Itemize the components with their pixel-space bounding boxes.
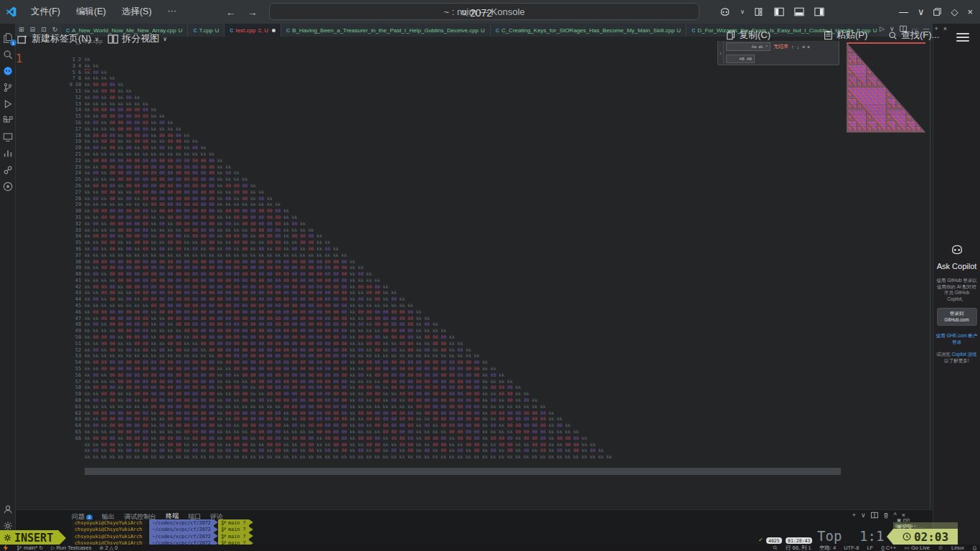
activity-source-control-icon[interactable] — [2, 82, 14, 93]
command-center[interactable]: ~ : nvim — Konsole 2072 — [269, 3, 699, 20]
panel-plus-icon[interactable]: + — [852, 512, 856, 519]
nvim-pill-1: 4025 — [766, 537, 782, 544]
find-close-icon[interactable]: × — [807, 44, 810, 50]
editor-area[interactable]: 1 2 3 4 5 6 7 8 9 10 11 12 13 14 15 16 1… — [16, 37, 933, 509]
activity-remote-icon[interactable] — [2, 131, 14, 143]
editor-tab-4[interactable]: CB_Having_Been_a_Treasurer_in_the_Past_I… — [281, 24, 491, 37]
editor-right-border — [930, 37, 930, 509]
prompt-git-branch: main ? — [218, 519, 249, 527]
toggle-secondary-sidebar-icon[interactable] — [814, 7, 824, 17]
activity-run-debug-icon[interactable] — [2, 98, 14, 110]
layout-split-icon[interactable] — [755, 7, 764, 17]
statusbar-go-live[interactable]: Go Live — [904, 545, 930, 551]
activity-account-icon[interactable] — [2, 504, 14, 515]
statusbar-branch-status[interactable]: main*↻ — [17, 545, 43, 551]
copilot-icon[interactable] — [720, 6, 730, 17]
activity-extensions-icon[interactable] — [2, 115, 14, 126]
diamond-icon[interactable]: ◇ — [951, 6, 958, 17]
statusbar-notifications[interactable] — [972, 545, 977, 551]
command-center-overlay: 2072 — [461, 7, 492, 19]
activity-testing-icon[interactable] — [2, 148, 14, 159]
find-next-icon[interactable]: ↓ — [797, 44, 800, 50]
menu-item-2[interactable]: 编辑(E) — [70, 4, 113, 20]
replace-input[interactable]: ABAB — [726, 55, 755, 63]
close-icon[interactable]: × — [967, 6, 973, 17]
panel-trash-icon[interactable] — [883, 512, 889, 519]
statusbar-problems-status[interactable]: ⊘2△0 — [100, 545, 118, 551]
warning-icon: △ — [110, 545, 113, 551]
statusbar-smiley-feedback[interactable]: ☺ — [938, 545, 943, 551]
nvim-scroll-position: Top — [817, 528, 842, 544]
statusbar-os-indicator[interactable]: Linux — [951, 545, 964, 551]
clock-segment-arrow — [887, 529, 893, 545]
find-prev-icon[interactable]: ↑ — [791, 44, 794, 50]
copilot-walkthrough-text: 或浏览 Copilot 演练 以了解更多! — [933, 352, 980, 364]
panel-chevron-down-icon[interactable]: ∨ — [861, 512, 866, 519]
search-icon — [461, 9, 468, 17]
copilot-walkthrough-link[interactable]: Copilot 演练 — [952, 352, 977, 357]
statusbar-encoding[interactable]: UTF-8 — [844, 545, 859, 551]
prompt-user: chsyoyuki@ChsyoYukiArch — [72, 533, 145, 540]
find-icon — [888, 31, 897, 40]
find-toggle-[interactable]: .* — [764, 44, 768, 49]
konsole-copy-button[interactable]: 复制(C) — [726, 29, 771, 42]
sync-icon: ↻ — [39, 545, 43, 551]
find-expand-toggle-icon[interactable]: ‹ — [718, 41, 724, 65]
statusbar-cursor-position[interactable]: 行 66, 列 1 — [786, 545, 811, 551]
replace-toggle-0[interactable]: AB — [738, 57, 745, 61]
editor-tab-2[interactable]: CT.cppU — [188, 24, 225, 37]
statusbar-remote-indicator[interactable] — [3, 545, 9, 551]
find-toggle-ab[interactable]: ab — [758, 44, 763, 49]
statusbar-run-testcases[interactable]: ▷Run Testcases — [51, 545, 91, 551]
copilot-title: Ask Copilot — [933, 262, 980, 270]
activity-search-icon[interactable] — [2, 49, 14, 60]
konsole-find-button[interactable]: 查找(F)... — [888, 29, 939, 42]
konsole-split-view-button[interactable]: 拆分视图∨ — [108, 32, 167, 45]
history-nav: ← → — [226, 6, 258, 18]
statusbar-search-indicator[interactable] — [773, 545, 778, 550]
minimap-highlight — [847, 42, 925, 44]
copilot-ghe-link[interactable]: 使用 GHE.com 帐户登录 — [933, 333, 980, 345]
prompt-user: chsyoyuki@ChsyoYukiArch — [72, 527, 145, 534]
toggle-sidebar-icon[interactable] — [774, 7, 784, 17]
replace-toggle-1[interactable]: AB — [746, 57, 753, 61]
nvim-pill-2: 01:28:43 — [786, 537, 812, 544]
new-tab-icon — [17, 34, 28, 44]
copilot-chevron-icon[interactable]: ∨ — [740, 9, 745, 15]
chevron-down-icon[interactable]: ∨ — [918, 6, 925, 17]
statusbar-eol[interactable]: LF — [867, 545, 873, 551]
close-icon[interactable]: × — [943, 25, 947, 32]
editor-tab-3[interactable]: Ctest.cpp2, U — [225, 24, 281, 37]
menu-item-3[interactable]: 选择(S) — [116, 4, 159, 20]
run-icon[interactable]: ▷ — [880, 25, 885, 32]
forward-icon[interactable]: → — [248, 6, 258, 18]
konsole-menu-icon[interactable] — [956, 31, 969, 44]
find-toggle-Aa[interactable]: Aa — [750, 44, 757, 49]
tab-git-badge: U — [215, 27, 220, 34]
back-icon[interactable]: ← — [226, 6, 236, 18]
activity-copilot-chat-icon[interactable] — [2, 65, 14, 77]
activity-explorer-icon[interactable]: 1 — [2, 32, 14, 44]
activity-references-icon[interactable] — [2, 164, 14, 176]
horizontal-scrollbar[interactable] — [85, 468, 841, 475]
minimap[interactable] — [847, 43, 925, 133]
minimize-icon[interactable]: — — [899, 6, 908, 17]
copilot-signin-button[interactable]: 登录到 GitHub.com — [937, 308, 977, 326]
tab-git-badge: U — [873, 27, 877, 34]
statusbar-indentation[interactable]: 空格: 4 — [819, 545, 836, 551]
menu-item-4[interactable]: ··· — [161, 4, 183, 20]
statusbar-text: 行 66, 列 1 — [786, 545, 811, 551]
panel-split-editor-icon[interactable] — [871, 512, 878, 519]
toggle-panel-icon[interactable] — [794, 7, 804, 17]
konsole-new-tab-button[interactable]: 新建标签页(N)∨ — [17, 32, 99, 45]
menu-item-1[interactable]: 文件(F) — [24, 4, 67, 20]
editor-tab-5[interactable]: CC_Creating_Keys_for_StORages_Has_Become… — [491, 24, 687, 37]
statusbar-language-mode[interactable]: {}C++ — [881, 545, 896, 551]
tab-label: B_Having_Been_a_Treasurer_in_the_Past_I_… — [292, 27, 479, 34]
terminal-prompt-row: chsyoyuki@ChsyoYukiArch~/codes/xcpc/cf/2… — [72, 527, 253, 534]
konsole-paste-button[interactable]: 粘贴(P) — [824, 29, 867, 42]
activity-github-icon[interactable] — [2, 181, 14, 192]
find-in-selection-icon[interactable]: ≡ — [802, 44, 804, 50]
restore-icon[interactable] — [933, 8, 941, 16]
find-input[interactable]: Aaab.* — [726, 42, 771, 51]
